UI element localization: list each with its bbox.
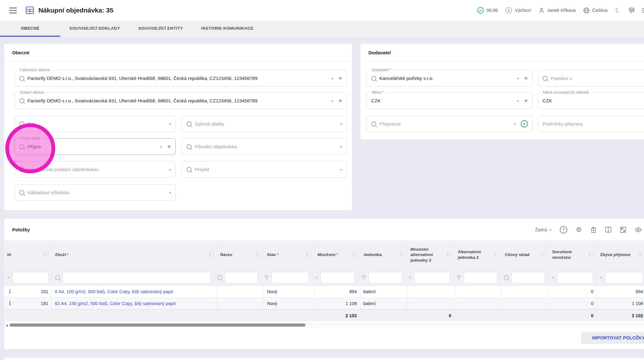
price-list-selector[interactable]: $ Výchozí <box>505 7 531 14</box>
chevron-down-icon[interactable] <box>340 167 342 172</box>
trash-restore-icon[interactable] <box>590 226 597 233</box>
clear-icon[interactable] <box>167 144 171 150</box>
tab-souvisejici-doklady[interactable]: SOUVISEJÍCÍ DOKLADY <box>60 21 129 37</box>
filter-equals-icon[interactable] <box>552 275 554 280</box>
visibility-icon[interactable] <box>635 227 642 232</box>
column-resize-handle[interactable] <box>593 252 593 258</box>
printer-icon[interactable] <box>642 7 644 14</box>
scroll-left-icon[interactable] <box>4 322 10 328</box>
filter-input-zbozi[interactable] <box>63 272 211 283</box>
sum-icon[interactable] <box>494 252 496 258</box>
import-items-button[interactable]: IMPORTOVAT POLOŽKY <box>581 332 644 344</box>
settings-icon[interactable] <box>576 226 582 233</box>
table-row[interactable]: 101 6 A4, 100 g/m2, 500 listů, Color Cop… <box>4 286 644 298</box>
sum-icon[interactable] <box>306 252 309 258</box>
filter-search-icon[interactable] <box>217 275 222 280</box>
sum-icon[interactable] <box>44 252 46 258</box>
shipping-terms-field[interactable]: Podmínky přepravy <box>538 116 644 132</box>
column-resize-handle[interactable] <box>260 252 261 258</box>
filter-funnel-icon[interactable] <box>264 275 269 280</box>
sum-icon[interactable] <box>541 252 544 258</box>
chevron-down-icon[interactable] <box>517 76 519 81</box>
chevron-down-icon[interactable] <box>169 121 171 127</box>
dark-mode-icon[interactable] <box>615 7 621 14</box>
chevron-down-icon[interactable] <box>160 144 162 150</box>
status-time[interactable]: 08:06 <box>477 7 498 14</box>
column-resize-handle[interactable] <box>498 252 498 258</box>
filter-input-zbyva[interactable] <box>605 272 643 283</box>
project-field[interactable]: Projekt <box>182 161 347 178</box>
table-row[interactable]: 191 62 A4, 150 g/m2, 500 listů, Color Co… <box>4 298 644 309</box>
column-header[interactable]: Alternativní jednotka 2 <box>455 240 502 269</box>
sum-icon[interactable] <box>399 252 402 258</box>
column-header[interactable]: Množství <box>315 240 360 269</box>
column-header[interactable]: Název <box>217 240 264 269</box>
group-by-select[interactable]: Žádný <box>535 227 551 232</box>
payment-method-field[interactable]: Způsob platby <box>182 116 347 132</box>
clear-icon[interactable] <box>524 98 528 104</box>
split-columns-icon[interactable] <box>605 227 612 233</box>
product-link[interactable]: 62 A4, 150 g/m2, 500 listů, Color Copy, … <box>55 301 176 306</box>
billing-address-field[interactable]: Fakturační adresa Factorify DEMO s.r.o.,… <box>15 70 347 86</box>
column-resize-handle[interactable] <box>310 252 311 258</box>
filter-input-mnozstvi-alt2[interactable] <box>414 272 450 283</box>
sum-icon[interactable] <box>256 252 258 258</box>
column-header[interactable]: Jednotka <box>360 240 407 269</box>
filter-equals-icon[interactable] <box>315 275 318 280</box>
sum-icon[interactable] <box>446 252 449 258</box>
menu-icon[interactable] <box>9 7 17 13</box>
user-menu[interactable]: Janek Křikava <box>539 7 576 13</box>
sum-icon[interactable] <box>352 252 355 258</box>
filter-input-alt-jednotka2[interactable] <box>464 272 497 283</box>
filter-equals-icon[interactable] <box>409 275 412 280</box>
product-link[interactable]: 6 A4, 100 g/m2, 500 listů, Color Copy, b… <box>55 289 173 294</box>
column-header[interactable]: Zboží <box>52 240 217 269</box>
chevron-down-icon[interactable] <box>340 121 342 127</box>
scrollbar-thumb[interactable] <box>10 323 305 327</box>
filter-equals-icon[interactable] <box>7 275 10 280</box>
filter-input-mnozstvi[interactable] <box>320 272 355 283</box>
clear-icon[interactable] <box>338 98 342 104</box>
filter-input-stav[interactable] <box>271 272 309 283</box>
tab-historie-komunikace[interactable]: HISTORIE KOMUNIKACE <box>192 21 263 37</box>
filter-search-icon[interactable] <box>55 275 60 280</box>
sum-icon[interactable] <box>589 252 592 258</box>
horizontal-scrollbar[interactable] <box>4 323 644 328</box>
filter-input-cilovy-sklad[interactable] <box>511 272 545 283</box>
filter-input-jednotka[interactable] <box>368 272 402 283</box>
sum-icon[interactable] <box>209 252 212 258</box>
column-header[interactable]: Zbývá přijmout <box>597 240 644 269</box>
column-resize-handle[interactable] <box>451 252 451 258</box>
language-selector[interactable]: Čeština <box>583 7 607 14</box>
column-resize-handle[interactable] <box>356 252 357 258</box>
related-costs-currency-field[interactable]: Měna souvisejících nákladů CZK <box>538 92 644 109</box>
column-resize-handle[interactable] <box>403 252 404 258</box>
filter-input-id[interactable] <box>12 272 49 283</box>
column-resize-handle[interactable] <box>213 252 214 258</box>
filter-input-nazev[interactable] <box>225 272 258 283</box>
column-header[interactable]: Množství alternativní jednotky 2 <box>407 240 455 269</box>
column-header[interactable]: Doručené množství <box>549 240 597 269</box>
carrier-field[interactable]: Přepravce <box>367 116 533 132</box>
sum-icon[interactable] <box>639 252 642 258</box>
chevron-down-icon[interactable] <box>340 144 342 150</box>
chevron-down-icon[interactable] <box>169 167 171 172</box>
filter-funnel-icon[interactable] <box>361 275 366 280</box>
column-resize-handle[interactable] <box>545 252 546 258</box>
delivery-address-field[interactable]: Dodací adresa Factorify DEMO s.r.o., Sva… <box>15 92 347 109</box>
row-menu-icon[interactable] <box>7 300 12 307</box>
signpost-icon[interactable] <box>628 7 635 14</box>
clear-icon[interactable] <box>338 76 342 81</box>
chevron-down-icon[interactable] <box>517 98 519 104</box>
filter-equals-icon[interactable] <box>600 275 603 280</box>
add-icon[interactable] <box>521 120 528 127</box>
chevron-down-icon[interactable] <box>331 76 334 81</box>
filter-input-dorucene[interactable] <box>557 272 593 283</box>
help-icon[interactable] <box>560 226 567 234</box>
column-header[interactable]: Stav <box>264 240 315 269</box>
row-menu-icon[interactable] <box>7 288 12 295</box>
cost-center-field[interactable]: Nákladové středisko <box>15 184 176 201</box>
layout-icon[interactable] <box>620 227 626 233</box>
filter-funnel-icon[interactable] <box>456 275 461 280</box>
chevron-down-icon[interactable] <box>331 98 334 104</box>
